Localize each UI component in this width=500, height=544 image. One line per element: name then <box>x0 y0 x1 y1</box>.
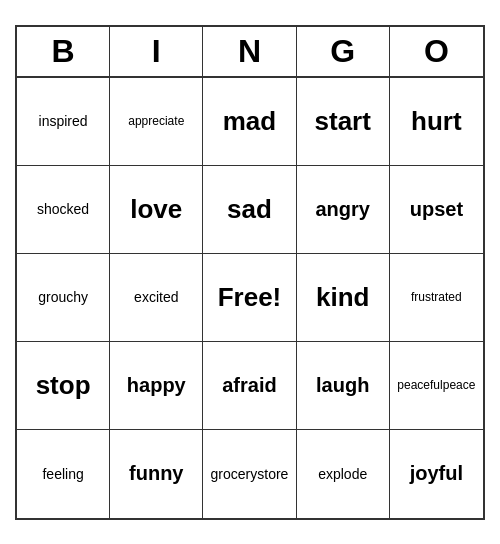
bingo-cell: mad <box>203 78 296 166</box>
bingo-cell: happy <box>110 342 203 430</box>
bingo-header-cell: G <box>297 27 390 76</box>
bingo-cell: kind <box>297 254 390 342</box>
bingo-cell: appreciate <box>110 78 203 166</box>
bingo-header: BINGO <box>17 27 483 78</box>
bingo-header-cell: O <box>390 27 483 76</box>
bingo-header-cell: N <box>203 27 296 76</box>
bingo-cell: excited <box>110 254 203 342</box>
bingo-cell: explode <box>297 430 390 518</box>
bingo-cell: grocerystore <box>203 430 296 518</box>
bingo-header-cell: I <box>110 27 203 76</box>
bingo-cell: stop <box>17 342 110 430</box>
bingo-cell: start <box>297 78 390 166</box>
bingo-cell: laugh <box>297 342 390 430</box>
bingo-cell: frustrated <box>390 254 483 342</box>
bingo-cell: feeling <box>17 430 110 518</box>
bingo-cell: Free! <box>203 254 296 342</box>
bingo-cell: peacefulpeace <box>390 342 483 430</box>
bingo-cell: sad <box>203 166 296 254</box>
bingo-header-cell: B <box>17 27 110 76</box>
bingo-cell: funny <box>110 430 203 518</box>
bingo-card: BINGO inspiredappreciatemadstarthurtshoc… <box>15 25 485 520</box>
bingo-cell: love <box>110 166 203 254</box>
bingo-cell: joyful <box>390 430 483 518</box>
bingo-cell: hurt <box>390 78 483 166</box>
bingo-cell: shocked <box>17 166 110 254</box>
bingo-cell: grouchy <box>17 254 110 342</box>
bingo-cell: afraid <box>203 342 296 430</box>
bingo-cell: inspired <box>17 78 110 166</box>
bingo-grid: inspiredappreciatemadstarthurtshockedlov… <box>17 78 483 518</box>
bingo-cell: angry <box>297 166 390 254</box>
bingo-cell: upset <box>390 166 483 254</box>
